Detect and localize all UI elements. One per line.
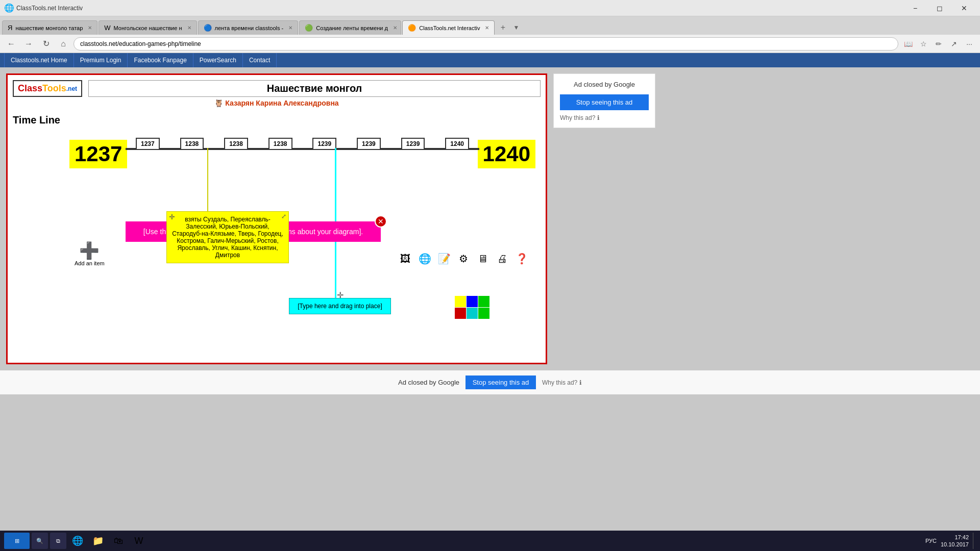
nav-contact[interactable]: Contact bbox=[243, 53, 277, 67]
tab-5-close[interactable]: ✕ bbox=[485, 25, 489, 31]
tab-1[interactable]: Я нашествие монголо татар ✕ bbox=[2, 20, 97, 35]
site-nav: Classtools.net Home Premium Login Facebo… bbox=[0, 53, 980, 67]
notes-button[interactable]: ✏ bbox=[932, 37, 945, 51]
tab-4-favicon: 🟢 bbox=[305, 24, 313, 32]
add-card-btn-cyan[interactable]: ✛ bbox=[337, 290, 344, 300]
nav-home[interactable]: Classtools.net Home bbox=[4, 53, 74, 67]
tab-3-label: лента времени classtools - bbox=[215, 25, 284, 31]
event-text-cyan[interactable]: [Type here and drag into place] bbox=[298, 303, 382, 310]
restore-button[interactable]: ◻ bbox=[928, 0, 951, 16]
tab-4-label: Создание ленты времени д bbox=[316, 25, 388, 31]
add-item-label: Add an item bbox=[75, 260, 105, 266]
expand-handle-yellow[interactable]: ⤢ bbox=[281, 213, 286, 220]
why-ad-link-right[interactable]: Why this ad? ℹ bbox=[560, 114, 649, 121]
toolbar-help[interactable]: ❓ bbox=[513, 250, 530, 267]
swatch-green2[interactable] bbox=[478, 308, 489, 319]
toolbar-photos[interactable]: 🖼 bbox=[397, 250, 414, 267]
search-button[interactable]: 🔍 bbox=[32, 533, 48, 549]
taskbar-word[interactable]: W bbox=[130, 533, 148, 549]
toolbar-print[interactable]: 🖨 bbox=[494, 250, 511, 267]
tab-3[interactable]: 🔵 лента времени classtools - ✕ bbox=[198, 20, 299, 35]
event-text-yellow: взяты Суздаль, Переяславль-Залесский, Юр… bbox=[172, 216, 283, 259]
swatch-red[interactable] bbox=[455, 308, 466, 319]
back-button[interactable]: ← bbox=[4, 37, 18, 51]
notes-close-button[interactable]: ✕ bbox=[375, 215, 387, 228]
tab-4-close[interactable]: ✕ bbox=[393, 25, 397, 31]
year-box-3: 1238 bbox=[268, 138, 292, 150]
tab-2-favicon: W bbox=[104, 24, 110, 32]
taskbar-edge[interactable]: 🌐 bbox=[68, 533, 87, 549]
toolbar-settings[interactable]: ⚙ bbox=[455, 250, 472, 267]
toolbar-monitor[interactable]: 🖥 bbox=[474, 250, 492, 267]
close-button[interactable]: ✕ bbox=[952, 0, 976, 16]
tab-3-close[interactable]: ✕ bbox=[288, 25, 292, 31]
taskbar-store[interactable]: 🛍 bbox=[109, 533, 128, 549]
bottom-info-icon: ℹ bbox=[579, 379, 582, 386]
taskbar-clock: 17:42 10.10.2017 bbox=[941, 534, 969, 548]
start-button[interactable]: ⊞ bbox=[4, 533, 30, 549]
tab-4[interactable]: 🟢 Создание ленты времени д ✕ bbox=[299, 20, 401, 35]
refresh-button[interactable]: ↻ bbox=[39, 37, 53, 51]
tab-2-close[interactable]: ✕ bbox=[187, 25, 191, 31]
nav-facebook[interactable]: Facebook Fanpage bbox=[128, 53, 193, 67]
year-box-4: 1239 bbox=[312, 138, 336, 150]
bottom-toolbar: 🖼 🌐 📝 ⚙ 🖥 🖨 ❓ bbox=[397, 250, 530, 267]
taskbar-explorer[interactable]: 📁 bbox=[89, 533, 107, 549]
ad-closed-text: Ad closed by Google bbox=[560, 80, 649, 89]
taskbar-right: РУС 17:42 10.10.2017 bbox=[925, 533, 976, 549]
task-view-button[interactable]: ⧉ bbox=[50, 533, 66, 549]
nav-powersearch[interactable]: PowerSearch bbox=[193, 53, 243, 67]
content-area: ClassTools.net Нашествие монгол 🦉 Казаря… bbox=[0, 67, 980, 370]
swatch-cyan[interactable] bbox=[467, 308, 478, 319]
taskbar-date: 10.10.2017 bbox=[941, 541, 969, 548]
stop-ad-button-right[interactable]: Stop seeing this ad bbox=[560, 94, 649, 110]
favorites-button[interactable]: ☆ bbox=[917, 37, 930, 51]
tab-3-favicon: 🔵 bbox=[204, 24, 212, 32]
tab-2[interactable]: W Монгольское нашествие н ✕ bbox=[99, 20, 197, 35]
event-card-cyan[interactable]: ✛ [Type here and drag into place] bbox=[289, 298, 391, 314]
swatch-green[interactable] bbox=[478, 296, 489, 307]
logo-net: .net bbox=[66, 85, 77, 92]
menu-button[interactable]: ··· bbox=[963, 37, 976, 51]
tab-5-label: ClassTools.net Interactiv bbox=[419, 25, 480, 31]
bottom-ad: Ad closed by Google Stop seeing this ad … bbox=[0, 370, 980, 394]
year-box-6: 1239 bbox=[401, 138, 425, 150]
share-button[interactable]: ↗ bbox=[947, 37, 961, 51]
toolbar-web[interactable]: 🌐 bbox=[416, 250, 433, 267]
timeline-wrapper: 1237 1240 1237 1238 1238 1238 1239 1239 … bbox=[64, 109, 541, 272]
stop-ad-button-bottom[interactable]: Stop seeing this ad bbox=[465, 375, 536, 389]
forward-button[interactable]: → bbox=[21, 37, 36, 51]
title-block: Нашествие монгол bbox=[88, 80, 541, 97]
swatch-blue[interactable] bbox=[467, 296, 478, 307]
toolbar-notes[interactable]: 📝 bbox=[435, 250, 453, 267]
minimize-button[interactable]: − bbox=[903, 0, 927, 16]
address-bar: ← → ↻ ⌂ 📖 ☆ ✏ ↗ ··· bbox=[0, 35, 980, 53]
tab-1-label: нашествие монголо татар bbox=[15, 25, 83, 31]
tab-1-favicon: Я bbox=[8, 24, 12, 32]
reader-view-button[interactable]: 📖 bbox=[901, 37, 915, 51]
nav-premium[interactable]: Premium Login bbox=[74, 53, 128, 67]
taskbar-lang: РУС bbox=[925, 538, 937, 544]
home-button[interactable]: ⌂ bbox=[56, 37, 70, 51]
logo-class: Class bbox=[18, 83, 42, 94]
tab-list-button[interactable]: ▼ bbox=[511, 20, 521, 35]
year-box-0: 1237 bbox=[136, 138, 160, 150]
browser-icon: 🌐 bbox=[4, 3, 14, 13]
tab-1-close[interactable]: ✕ bbox=[88, 25, 92, 31]
show-desktop-button[interactable] bbox=[973, 533, 976, 549]
swatch-yellow[interactable] bbox=[455, 296, 466, 307]
tab-2-label: Монгольское нашествие н bbox=[114, 25, 182, 31]
address-input[interactable] bbox=[74, 37, 898, 51]
move-handle-yellow[interactable]: ✛ bbox=[169, 213, 175, 221]
color-palette bbox=[455, 296, 489, 319]
add-item-icon: ➕ bbox=[79, 241, 100, 260]
bottom-why-ad[interactable]: Why this ad? bbox=[542, 379, 577, 386]
tab-5-active[interactable]: 🟠 ClassTools.net Interactiv ✕ bbox=[402, 20, 495, 35]
new-tab-button[interactable]: + bbox=[496, 20, 510, 35]
title-bar: 🌐 ClassTools.net Interactiv − ◻ ✕ bbox=[0, 0, 980, 16]
app-header: ClassTools.net Нашествие монгол bbox=[13, 80, 541, 97]
event-card-yellow[interactable]: ✛ ⤢ взяты Суздаль, Переяславль-Залесский… bbox=[166, 211, 289, 263]
logo-tools: Tools bbox=[42, 83, 66, 94]
add-item-button[interactable]: ➕ Add an item bbox=[75, 241, 105, 266]
diagram-title[interactable]: Нашествие монгол bbox=[88, 80, 541, 97]
